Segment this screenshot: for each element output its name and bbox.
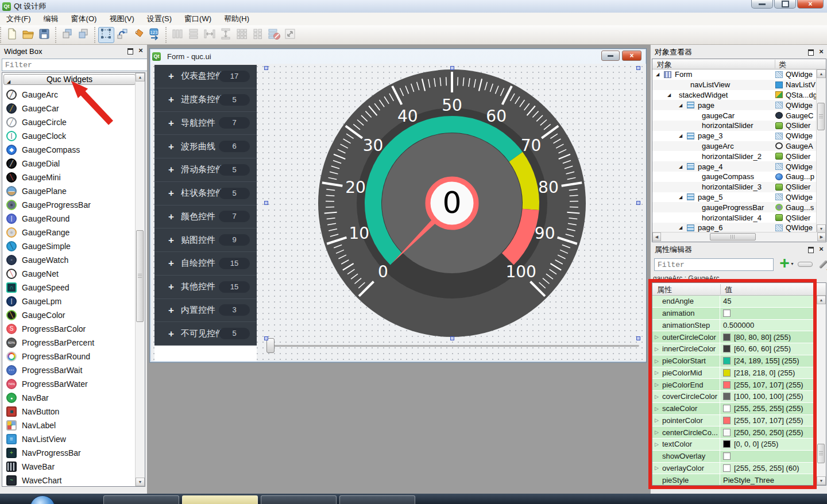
property-row-pointerColor[interactable]: ▷pointerColor[255, 107, 107] (255): [652, 415, 826, 427]
expander-icon[interactable]: ▷: [652, 382, 662, 387]
lower-widget-button[interactable]: [75, 27, 91, 43]
nav-item-2[interactable]: +导航控件7: [154, 112, 257, 135]
property-row-pieColorMid[interactable]: ▷pieColorMid[218, 218, 0] (255): [652, 367, 826, 379]
widget-item-gaugerange[interactable]: ●GaugeRange: [2, 226, 136, 239]
widget-item-gaugeclock[interactable]: |GaugeClock: [2, 129, 136, 143]
nav-item-0[interactable]: +仪表盘控件17: [154, 65, 257, 88]
widget-item-wavebar[interactable]: WaveBar: [2, 460, 136, 474]
widget-item-navbutton[interactable]: ■NavButton: [2, 405, 136, 418]
nav-item-8[interactable]: +自绘控件15: [154, 252, 257, 276]
menu-item-1[interactable]: 编辑: [37, 13, 65, 25]
nav-list-widget[interactable]: +仪表盘控件17+进度条控件5+导航控件7+波形曲线6+滑动条控件5+柱状条控件…: [154, 65, 257, 361]
property-row-pieColorEnd[interactable]: ▷pieColorEnd[255, 107, 107] (255): [652, 379, 826, 391]
widget-item-gaugeplane[interactable]: —GaugePlane: [2, 184, 136, 198]
object-row-horizontalSlider_3[interactable]: horizontalSlider_3QSlider: [652, 182, 817, 192]
expander-icon[interactable]: ◢: [679, 225, 687, 230]
object-tree-header[interactable]: 对象 类: [652, 59, 826, 69]
adjust-size-button[interactable]: [282, 27, 298, 43]
widget-item-progressbarwait[interactable]: ⋯ProgressBarWait: [2, 363, 136, 377]
object-tree-hscrollbar[interactable]: ◀ ▶: [652, 232, 826, 242]
taskbar-button-1[interactable]: [182, 495, 258, 504]
property-table-vscrollbar[interactable]: ▲ ▼: [816, 296, 826, 485]
property-row-innerCircleColor[interactable]: ▷innerCircleColor[60, 60, 60] (255): [652, 343, 826, 355]
splitter-vertical-button[interactable]: [218, 27, 234, 43]
expander-icon[interactable]: ▷: [652, 465, 662, 471]
scroll-up-icon[interactable]: ▲: [817, 296, 826, 304]
property-row-showOverlay[interactable]: showOverlay: [652, 451, 826, 463]
expander-icon[interactable]: ▷: [652, 334, 662, 340]
selection-handle[interactable]: [450, 66, 454, 70]
widget-item-progressbarpercent[interactable]: 60%ProgressBarPercent: [2, 336, 136, 350]
scroll-thumb[interactable]: [710, 233, 756, 241]
widget-item-navprogressbar[interactable]: +NavProgressBar: [2, 446, 136, 460]
menu-item-6[interactable]: 帮助(H): [218, 13, 256, 25]
widget-item-gaugedial[interactable]: ╱GaugeDial: [2, 157, 136, 170]
expander-icon[interactable]: ◢: [667, 92, 675, 98]
restore-button[interactable]: [774, 0, 796, 9]
expander-icon[interactable]: ▷: [652, 417, 662, 423]
object-row-navListView[interactable]: navListViewNavListV: [652, 80, 817, 90]
add-dynamic-property-button[interactable]: +▼: [776, 255, 793, 272]
widget-item-gaugemini[interactable]: ╲GaugeMini: [2, 170, 136, 184]
widget-item-gaugelpm[interactable]: |GaugeLpm: [2, 294, 136, 308]
selection-handle[interactable]: [450, 336, 454, 340]
property-row-overlayColor[interactable]: ▷overlayColor[255, 255, 255] (60): [652, 463, 826, 475]
widget-box-close-button[interactable]: ×: [137, 46, 145, 55]
object-row-gaugeArc[interactable]: gaugeArcGaugeA: [652, 141, 817, 152]
edit-buddies-button[interactable]: [130, 27, 146, 43]
object-tree-vscrollbar[interactable]: ▲ ▼: [816, 69, 826, 233]
expander-icon[interactable]: ▷: [652, 370, 662, 375]
widget-item-progressbarround[interactable]: ProgressBarRound: [2, 350, 136, 363]
form-close-button[interactable]: ×: [622, 51, 641, 61]
close-button[interactable]: ×: [797, 0, 824, 9]
scroll-thumb[interactable]: [817, 444, 825, 463]
widget-box-float-button[interactable]: [126, 46, 134, 55]
widget-item-wavechart[interactable]: ~WaveChart: [2, 474, 136, 487]
property-row-coverCircleColor[interactable]: ▷coverCircleColor[100, 100, 100] (255): [652, 391, 826, 403]
property-filter-input[interactable]: [654, 258, 774, 271]
new-file-button[interactable]: [4, 27, 20, 43]
scroll-down-icon[interactable]: ▼: [817, 476, 826, 485]
object-row-horizontalSlider_2[interactable]: horizontalSlider_2QSlider: [652, 151, 817, 161]
save-button[interactable]: [36, 27, 52, 43]
property-row-animation[interactable]: animation: [652, 308, 826, 320]
object-row-page_4[interactable]: ◢page_4QWidge: [652, 161, 817, 172]
expander-icon[interactable]: ▷: [652, 394, 662, 400]
splitter-horizontal-button[interactable]: [202, 27, 218, 43]
property-row-animationStep[interactable]: animationStep0.500000: [652, 320, 826, 332]
property-row-scaleColor[interactable]: ▷scaleColor[255, 255, 255] (255): [652, 403, 826, 415]
nav-item-3[interactable]: +波形曲线6: [154, 135, 257, 158]
object-row-gaugeProgressBar[interactable]: gaugeProgressBarGaug...s: [652, 202, 817, 212]
object-row-gaugeCar[interactable]: gaugeCarGaugeC: [652, 110, 817, 121]
menu-item-2[interactable]: 窗体(O): [65, 13, 103, 25]
menu-item-4[interactable]: 设置(S): [141, 13, 178, 25]
edit-tab-order-button[interactable]: 123: [146, 27, 163, 43]
scroll-thumb[interactable]: [817, 103, 825, 130]
scroll-left-icon[interactable]: ◀: [652, 232, 661, 241]
remove-dynamic-property-button[interactable]: [798, 262, 813, 267]
category-header-quc-widgets[interactable]: ◢ Quc Widgets: [3, 74, 136, 85]
open-folder-button[interactable]: [20, 27, 36, 43]
menu-item-5[interactable]: 窗口(W): [178, 13, 218, 25]
expander-icon[interactable]: ◢: [679, 103, 687, 108]
property-row-outerCircleColor[interactable]: ▷outerCircleColor[80, 80, 80] (255): [652, 331, 826, 343]
widget-item-navlistview[interactable]: ≡NavListView: [2, 432, 136, 446]
menu-item-0[interactable]: 文件(F): [0, 13, 37, 25]
edit-widgets-button[interactable]: [98, 27, 114, 43]
object-row-gaugeCompass[interactable]: gaugeCompassGaug...p: [652, 172, 817, 182]
column-value[interactable]: 值: [725, 285, 732, 295]
selection-handle[interactable]: [264, 336, 268, 340]
scroll-thumb[interactable]: [136, 230, 144, 322]
object-row-page[interactable]: ◢pageQWidge: [652, 100, 817, 110]
property-editor-float-button[interactable]: [807, 245, 815, 253]
object-row-Form[interactable]: ◢FormQWidge: [652, 69, 817, 80]
nav-item-6[interactable]: +颜色控件7: [154, 206, 257, 229]
expander-icon[interactable]: ◢: [656, 72, 664, 77]
widget-item-gaugespeed[interactable]: ∩GaugeSpeed: [2, 281, 136, 294]
menu-item-3[interactable]: 视图(V): [103, 13, 140, 25]
object-row-horizontalSlider[interactable]: horizontalSliderQSlider: [652, 121, 817, 131]
widget-item-gaugecolor[interactable]: ╲GaugeColor: [2, 308, 136, 322]
column-object[interactable]: 对象: [657, 60, 672, 70]
widget-item-gaugeround[interactable]: |GaugeRound: [2, 212, 136, 226]
nav-item-5[interactable]: +柱状条控件5: [154, 182, 257, 206]
